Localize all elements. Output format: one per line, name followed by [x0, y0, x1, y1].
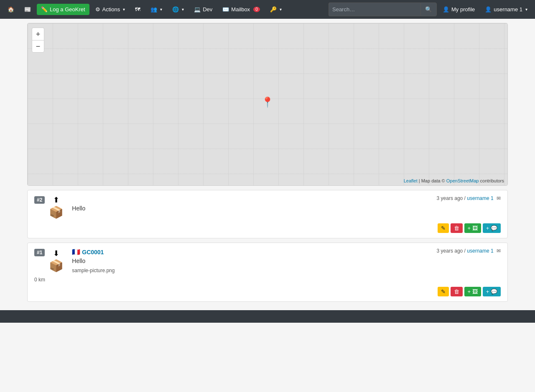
- image-name-1: sample-picture.png: [72, 268, 115, 273]
- extras-dropdown-arrow: ▾: [182, 7, 184, 12]
- map-attribution: Leaflet | Map data © OpenStreetMap contr…: [404, 178, 504, 183]
- log-left-2: #2 ⬆ 📦 Hello: [34, 195, 85, 219]
- edit-button-2[interactable]: ✎: [438, 223, 449, 233]
- image-preview-1: sample-picture.png: [72, 268, 115, 273]
- news-button[interactable]: 📰: [20, 4, 35, 15]
- friends-button[interactable]: 👥 ▾: [146, 4, 166, 15]
- code-icon: 💻: [194, 6, 201, 13]
- footer: [0, 310, 535, 323]
- actions-label: Actions: [102, 6, 120, 13]
- mailbox-label: Mailbox: [231, 6, 250, 13]
- log-action-icon-2: ⬆: [53, 195, 59, 205]
- add-comment-button-2[interactable]: + 💬: [483, 223, 501, 233]
- log-email-icon-2: ✉: [497, 195, 501, 201]
- edit-button-1[interactable]: ✎: [438, 287, 449, 296]
- login-icon: 🔑: [270, 6, 277, 13]
- log-message-1: Hello: [72, 258, 115, 264]
- log-header-2: #2 ⬆ 📦 Hello 3 years ago / username 1 ✉: [34, 195, 501, 219]
- add-comment-button-1[interactable]: + 💬: [483, 287, 501, 296]
- log-number-1: #1: [34, 249, 45, 256]
- home-button[interactable]: 🏠: [3, 4, 18, 15]
- navbar: 🏠 📰 ✏️ Log a GeoKret ⚙ Actions ▾ 🗺 👥 ▾ 🌐…: [0, 0, 535, 19]
- log-content-2: Hello: [68, 203, 85, 212]
- log-ref-1[interactable]: GC0001: [82, 249, 104, 255]
- map-container[interactable]: + − 📍 Leaflet | Map data © OpenStreetMap…: [27, 23, 508, 186]
- my-profile-button[interactable]: 👤 My profile: [438, 4, 479, 15]
- search-icon: 🔍: [425, 6, 432, 13]
- dev-label: Dev: [203, 6, 212, 13]
- friends-icon: 👥: [150, 6, 157, 13]
- gear-icon: ⚙: [95, 6, 100, 13]
- log-distance-1: 0 km: [34, 277, 45, 283]
- log-distance-area-1: 0 km: [34, 277, 501, 283]
- log-timestamp-2: 3 years ago: [437, 195, 463, 201]
- map-data-text: | Map data ©: [419, 178, 445, 183]
- log-geokret-button[interactable]: ✏️ Log a GeoKret: [37, 4, 89, 15]
- log-action-icon-1: ⬇: [53, 249, 59, 258]
- friends-dropdown-arrow: ▾: [160, 7, 162, 12]
- geokret-icon-1: 📦: [49, 259, 64, 273]
- mailbox-button[interactable]: ✉️ Mailbox 0: [218, 4, 264, 15]
- log-header-1: #1 ⬇ 📦 🇫🇷 GC0001 Hello sample-picture.pn…: [34, 248, 501, 273]
- zoom-in-button[interactable]: +: [32, 28, 44, 40]
- contributors-text: contributors: [480, 178, 504, 183]
- log-actions-1: ✎ 🗑 + 🖼 + 💬: [34, 287, 501, 296]
- user-icon: 👤: [485, 6, 492, 13]
- map-controls: + −: [32, 28, 44, 53]
- username-button[interactable]: 👤 username 1 ▾: [481, 4, 532, 15]
- log-email-icon-1: ✉: [497, 248, 501, 254]
- mailbox-badge: 0: [253, 7, 260, 12]
- login-button[interactable]: 🔑 ▾: [266, 4, 286, 15]
- log-card-1: #1 ⬇ 📦 🇫🇷 GC0001 Hello sample-picture.pn…: [27, 243, 508, 302]
- log-username-2[interactable]: username 1: [467, 195, 493, 201]
- username-label: username 1: [494, 6, 522, 13]
- log-geokret-label: Log a GeoKret: [50, 6, 85, 13]
- search-input[interactable]: [329, 3, 420, 16]
- leaflet-link[interactable]: Leaflet: [404, 178, 418, 183]
- my-profile-label: My profile: [451, 6, 475, 13]
- log-timestamp-1: 3 years ago: [437, 248, 463, 254]
- log-meta-1: 3 years ago / username 1 ✉: [437, 248, 501, 254]
- extras-icon: 🌐: [172, 6, 179, 13]
- delete-button-2[interactable]: 🗑: [451, 223, 463, 233]
- geokret-icon-2: 📦: [49, 205, 64, 219]
- log-username-1[interactable]: username 1: [467, 248, 493, 254]
- pencil-icon: ✏️: [41, 6, 48, 13]
- profile-icon: 👤: [443, 6, 449, 13]
- log-left-1: #1 ⬇ 📦 🇫🇷 GC0001 Hello sample-picture.pn…: [34, 248, 115, 273]
- log-meta-2: 3 years ago / username 1 ✉: [437, 195, 501, 201]
- actions-button[interactable]: ⚙ Actions ▾: [91, 4, 130, 15]
- log-content-1: 🇫🇷 GC0001 Hello sample-picture.png: [68, 248, 115, 273]
- delete-button-1[interactable]: 🗑: [451, 287, 463, 296]
- search-container: 🔍: [329, 3, 437, 16]
- log-number-2: #2: [34, 196, 45, 204]
- extras-button[interactable]: 🌐 ▾: [168, 4, 188, 15]
- news-icon: 📰: [24, 6, 31, 13]
- map-button[interactable]: 🗺: [131, 4, 145, 15]
- log-card-2: #2 ⬆ 📦 Hello 3 years ago / username 1 ✉ …: [27, 190, 508, 238]
- home-icon: 🏠: [8, 6, 14, 13]
- username-dropdown-arrow: ▾: [525, 7, 527, 12]
- add-pic-button-1[interactable]: + 🖼: [464, 287, 481, 296]
- log-flag-1: 🇫🇷: [72, 248, 80, 255]
- log-icon-area-1: ⬇ 📦: [49, 249, 64, 273]
- login-dropdown-arrow: ▾: [280, 7, 282, 12]
- search-button[interactable]: 🔍: [420, 3, 437, 16]
- log-icon-area-2: ⬆ 📦: [49, 195, 64, 219]
- log-message-2: Hello: [72, 205, 85, 212]
- map-icon: 🗺: [135, 6, 140, 13]
- actions-dropdown-arrow: ▾: [123, 7, 125, 12]
- envelope-icon: ✉️: [222, 6, 229, 13]
- zoom-out-button[interactable]: −: [32, 40, 44, 53]
- logs-section: #2 ⬆ 📦 Hello 3 years ago / username 1 ✉ …: [27, 190, 508, 302]
- map-marker: 📍: [261, 96, 274, 108]
- add-pic-button-2[interactable]: + 🖼: [464, 223, 481, 233]
- log-actions-2: ✎ 🗑 + 🖼 + 💬: [34, 223, 501, 233]
- dev-button[interactable]: 💻 Dev: [190, 4, 217, 15]
- osm-link[interactable]: OpenStreetMap: [446, 178, 479, 183]
